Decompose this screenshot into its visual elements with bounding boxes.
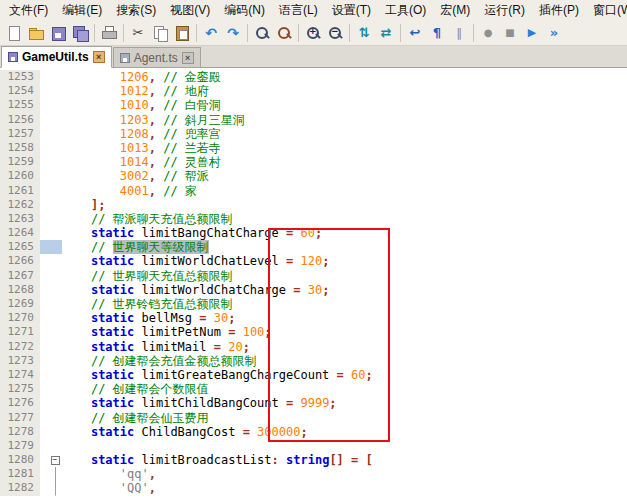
bookmark-margin [40,297,48,311]
code-line-1267[interactable]: 1267 // 世界聊天充值总额限制 [0,269,627,283]
undo-button[interactable]: ↶ [200,22,222,44]
menu-edit[interactable]: 编辑(E) [55,0,109,21]
replace-button[interactable] [273,22,295,44]
code-line-1269[interactable]: 1269 // 世界铃铛充值总额限制 [0,297,627,311]
bookmark-margin [40,283,48,297]
code-text: static limitWorldChatCharge = 30; [62,283,627,297]
code-line-1265[interactable]: 1265 // 世界聊天等级限制 [0,240,627,254]
code-token: limitPetNum [134,325,228,339]
code-token [62,396,91,410]
menu-file[interactable]: 文件(F) [2,0,55,21]
save-file-button[interactable] [47,22,69,44]
code-line-1270[interactable]: 1270 static bellMsg = 30; [0,311,627,325]
run-macro-multiple-button[interactable]: » [543,22,565,44]
code-token: ChildBangCost [134,425,242,439]
code-line-1274[interactable]: 1274 static limitGreateBangChargeCount =… [0,368,627,382]
code-line-1276[interactable]: 1276 static limitChildBangCount = 9999; [0,396,627,410]
code-editor[interactable]: 1253 1206, // 金銮殿1254 1012, // 地府1255 10… [0,68,627,500]
open-file-button[interactable] [25,22,47,44]
line-number: 1282 [0,481,40,495]
tab-agent[interactable]: Agent.ts × [113,47,201,67]
code-line-1272[interactable]: 1272 static limitMail = 20; [0,340,627,354]
fold-margin [48,141,62,155]
fold-margin [48,368,62,382]
code-line-1273[interactable]: 1273 // 创建帮会充值金额总额限制 [0,354,627,368]
code-line-1263[interactable]: 1263 // 帮派聊天充值总额限制 [0,212,627,226]
bookmark-margin [40,84,48,98]
code-token [62,98,120,112]
code-line-1275[interactable]: 1275 // 创建帮会个数限值 [0,382,627,396]
new-file-button[interactable] [3,22,25,44]
code-line-1261[interactable]: 1261 4001, // 家 [0,184,627,198]
menu-plugins[interactable]: 插件(P) [532,0,586,21]
run-macro-multiple-icon: » [545,24,563,42]
tab-gameutil[interactable]: GameUtil.ts × [1,46,112,68]
redo-button[interactable]: ↷ [222,22,244,44]
code-token: static [91,311,134,325]
word-wrap-button[interactable]: ↩ [404,22,426,44]
indent-guide-button[interactable]: ∥ [448,22,470,44]
code-line-1260[interactable]: 1260 3002, // 帮派 [0,169,627,183]
menu-tools[interactable]: 工具(O) [378,0,433,21]
open-file-icon [27,24,45,42]
save-all-button[interactable] [69,22,91,44]
code-line-1281[interactable]: 1281 'qq', [0,467,627,481]
menu-language[interactable]: 语言(L) [272,0,325,21]
code-line-1255[interactable]: 1255 1010, // 白骨洞 [0,98,627,112]
menu-settings[interactable]: 设置(T) [325,0,378,21]
code-line-1257[interactable]: 1257 1208, // 兜率宫 [0,127,627,141]
sync-horizontal-button[interactable]: ⇄ [375,22,397,44]
code-line-1279[interactable]: 1279 [0,439,627,453]
zoom-out-button[interactable]: − [324,22,346,44]
code-line-1259[interactable]: 1259 1014, // 灵兽村 [0,155,627,169]
code-line-1256[interactable]: 1256 1203, // 斜月三星洞 [0,113,627,127]
code-token: , [149,98,156,112]
code-token: static [91,226,134,240]
close-tab-icon[interactable]: × [93,51,105,63]
menu-run[interactable]: 运行(R) [477,0,532,21]
code-line-1266[interactable]: 1266 static limitWorldChatLevel = 120; [0,254,627,268]
code-line-1280[interactable]: 1280− static limitBroadcastList: string[… [0,453,627,467]
code-token: , [149,155,156,169]
code-line-1262[interactable]: 1262 ]; [0,198,627,212]
stop-macro-button[interactable]: ■ [499,22,521,44]
copy-icon [151,24,169,42]
zoom-in-button[interactable]: + [302,22,324,44]
fold-toggle-icon[interactable]: − [51,456,60,465]
play-macro-button[interactable]: ▶ [521,22,543,44]
code-line-1258[interactable]: 1258 1013, // 兰若寺 [0,141,627,155]
code-line-1254[interactable]: 1254 1012, // 地府 [0,84,627,98]
code-line-1268[interactable]: 1268 static limitWorldChatCharge = 30; [0,283,627,297]
code-text: 'QQ', [62,481,627,495]
code-line-1271[interactable]: 1271 static limitPetNum = 100; [0,325,627,339]
paste-button[interactable] [171,22,193,44]
code-token [62,127,120,141]
menu-search[interactable]: 搜索(S) [109,0,163,21]
code-line-1277[interactable]: 1277 // 创建帮会仙玉费用 [0,411,627,425]
code-text: ]; [62,198,627,212]
code-line-1264[interactable]: 1264 static limitBangChatCharge = 60; [0,226,627,240]
code-line-1253[interactable]: 1253 1206, // 金銮殿 [0,70,627,84]
close-tab-icon[interactable]: × [182,52,194,64]
menu-view[interactable]: 视图(V) [163,0,217,21]
code-line-1282[interactable]: 1282 'QQ', [0,481,627,495]
code-token: limitMail [134,340,213,354]
bookmark-margin [40,340,48,354]
menu-window[interactable]: 窗口(W) [586,0,627,21]
sync-vertical-button[interactable]: ⇅ [353,22,375,44]
cut-button[interactable]: ✂ [127,22,149,44]
print-button[interactable] [98,22,120,44]
code-token: ; [228,311,235,325]
show-all-characters-button[interactable]: ¶ [426,22,448,44]
code-token [62,240,91,254]
menu-macro[interactable]: 宏(M) [433,0,477,21]
record-macro-button[interactable]: ● [477,22,499,44]
find-button[interactable] [251,22,273,44]
menu-encoding[interactable]: 编码(N) [217,0,272,21]
zoom-in-icon: + [304,24,322,42]
bookmark-margin [40,169,48,183]
fold-margin [48,84,62,98]
code-token [344,453,351,467]
code-line-1278[interactable]: 1278 static ChildBangCost = 300000; [0,425,627,439]
copy-button[interactable] [149,22,171,44]
